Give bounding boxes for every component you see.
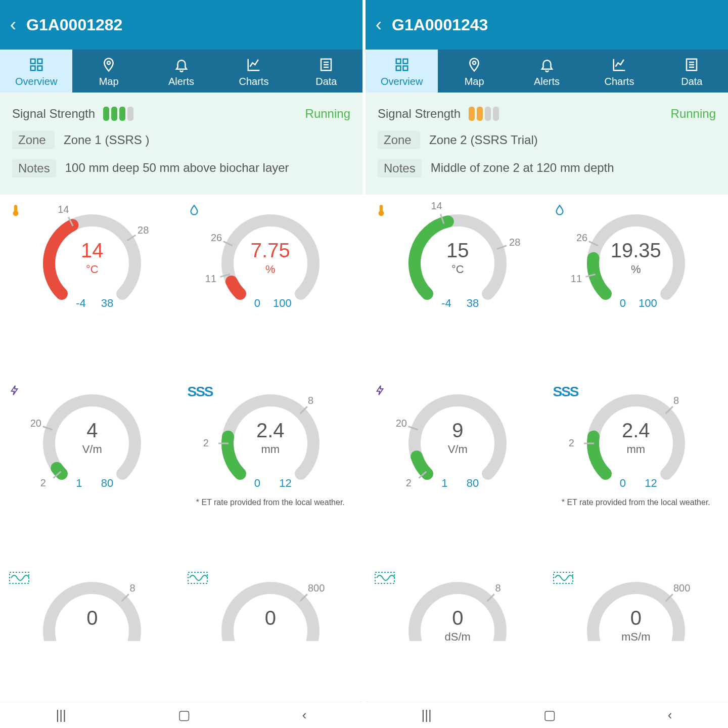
svg-rect-24 <box>403 66 407 71</box>
gauge-tick-label: 800 <box>673 582 690 594</box>
android-nav: ||| ▢ ‹ <box>366 702 728 728</box>
temp-icon <box>9 204 22 220</box>
header: ‹ G1A0001282 <box>0 0 362 50</box>
gauge-unit: °C <box>392 263 523 276</box>
gauge-wave[interactable]: 0 dS/m 8 <box>369 567 547 702</box>
device-id: G1A0001243 <box>392 16 488 34</box>
signal-bar <box>493 107 499 121</box>
gauge-tick-label: 20 <box>30 418 41 429</box>
map-icon <box>440 56 508 74</box>
overview-icon <box>368 56 436 74</box>
gauge-max: 38 <box>467 297 479 310</box>
gauge-wave[interactable]: 0 8 <box>3 567 181 702</box>
tab-bar: Overview Map Alerts Charts Data <box>0 50 362 93</box>
gauge-unit: % <box>205 263 336 276</box>
tab-label: Charts <box>219 76 288 87</box>
gauge-bolt[interactable]: 4 V/m 220 1 80 <box>3 380 181 568</box>
gauge-tick-label: 8 <box>129 582 135 594</box>
nav-back-icon[interactable]: ‹ <box>668 707 672 723</box>
temp-icon <box>375 204 388 220</box>
gauge-tick-label: 800 <box>308 582 325 594</box>
bolt-icon <box>375 384 386 400</box>
tab-data[interactable]: Data <box>656 50 728 93</box>
gauge-bolt[interactable]: 9 V/m 220 1 80 <box>369 380 547 568</box>
tab-bar: Overview Map Alerts Charts Data <box>366 50 728 93</box>
gauge-heat[interactable]: SSS 2.4 mm 28 0 12 * ET rate provided fr… <box>181 380 360 568</box>
gauge-unit: % <box>570 263 702 276</box>
zone-value: Zone 1 (SSRS ) <box>64 131 350 149</box>
gauge-value: 0 <box>392 607 523 629</box>
tab-overview[interactable]: Overview <box>0 50 72 93</box>
gauge-tick-label: 14 <box>431 200 442 212</box>
gauge-tick-label: 28 <box>138 224 149 236</box>
signal-bar <box>119 107 125 121</box>
signal-bar <box>111 107 117 121</box>
tab-data[interactable]: Data <box>290 50 362 93</box>
gauge-tick-label: 11 <box>205 273 216 285</box>
gauge-water[interactable]: 7.75 % 1126 0 100 <box>181 200 360 380</box>
gauge-value: 2.4 <box>205 419 336 442</box>
map-icon <box>74 56 143 74</box>
gauge-min: 0 <box>254 297 260 310</box>
gauge-tick-label: 2 <box>406 477 412 489</box>
nav-recent-icon[interactable]: ||| <box>422 707 432 723</box>
gauge-value: 15 <box>392 239 523 262</box>
info-block: Signal Strength Running Zone Zone 2 (SSR… <box>366 93 728 195</box>
tab-charts[interactable]: Charts <box>583 50 655 93</box>
header: ‹ G1A0001243 <box>366 0 728 50</box>
nav-home-icon[interactable]: ▢ <box>178 707 191 723</box>
device-panel: ‹ G1A0001243 Overview Map Alerts Charts … <box>364 0 728 728</box>
alerts-icon <box>513 56 581 74</box>
gauge-unit: dS/m <box>392 630 523 641</box>
gauge-min: -4 <box>76 297 86 310</box>
gauge-wave[interactable]: 0 800 <box>181 567 360 702</box>
gauge-tick-label: 8 <box>308 395 313 406</box>
tab-map[interactable]: Map <box>438 50 510 93</box>
gauge-tick-label: 2 <box>40 477 46 489</box>
gauge-heat[interactable]: SSS 2.4 mm 28 0 12 * ET rate provided fr… <box>547 380 725 568</box>
gauge-grid: 14 °C 1428 -4 38 7.75 % 1126 0 100 <box>0 195 362 702</box>
tab-label: Overview <box>2 76 70 87</box>
bolt-icon <box>9 384 20 400</box>
tab-label: Data <box>292 76 360 87</box>
tab-alerts[interactable]: Alerts <box>511 50 583 93</box>
tab-label: Map <box>440 76 508 87</box>
nav-home-icon[interactable]: ▢ <box>543 707 556 723</box>
gauge-max: 80 <box>467 477 479 490</box>
svg-rect-21 <box>396 59 400 64</box>
gauge-max: 38 <box>101 297 113 310</box>
gauge-tick-label: 26 <box>576 232 587 244</box>
gauge-water[interactable]: 19.35 % 1126 0 100 <box>547 200 725 380</box>
gauge-value: 9 <box>392 419 523 442</box>
back-icon[interactable]: ‹ <box>10 14 16 35</box>
gauge-temp[interactable]: 14 °C 1428 -4 38 <box>3 200 181 380</box>
back-icon[interactable]: ‹ <box>376 14 382 35</box>
gauge-value: 0 <box>570 607 702 629</box>
signal-bars <box>469 107 499 121</box>
gauge-unit: mm <box>570 443 702 456</box>
data-icon <box>292 56 360 74</box>
gauge-max: 80 <box>101 477 113 490</box>
device-id: G1A0001282 <box>26 16 122 34</box>
gauge-wave[interactable]: 0 mS/m 800 <box>547 567 725 702</box>
gauge-value: 4 <box>26 419 158 442</box>
tab-label: Data <box>658 76 726 87</box>
tab-overview[interactable]: Overview <box>366 50 438 93</box>
tab-alerts[interactable]: Alerts <box>145 50 217 93</box>
gauge-value: 0 <box>205 607 336 629</box>
nav-back-icon[interactable]: ‹ <box>302 707 307 723</box>
gauge-note: * ET rate provided from the local weathe… <box>186 498 356 507</box>
tab-map[interactable]: Map <box>72 50 145 93</box>
tab-charts[interactable]: Charts <box>217 50 290 93</box>
gauge-arc <box>205 570 336 641</box>
gauge-tick-label: 11 <box>571 273 582 285</box>
zone-value: Zone 2 (SSRS Trial) <box>429 131 716 149</box>
nav-recent-icon[interactable]: ||| <box>56 707 66 723</box>
water-icon <box>188 204 201 220</box>
status-badge: Running <box>671 107 716 121</box>
gauge-value: 2.4 <box>570 419 702 442</box>
tab-label: Overview <box>368 76 436 87</box>
gauge-temp[interactable]: 15 °C 1428 -4 38 <box>369 200 547 380</box>
signal-bar <box>103 107 109 121</box>
signal-bar <box>477 107 483 121</box>
